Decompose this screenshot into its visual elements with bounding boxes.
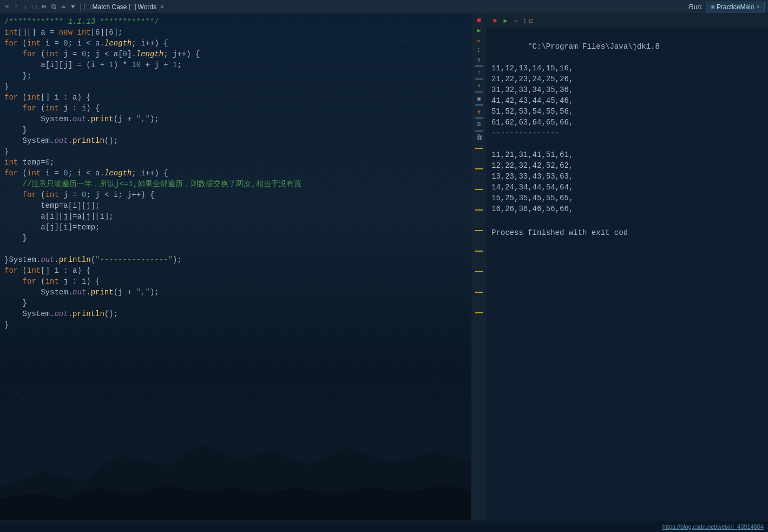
code-line: /************ 1.1.13 ************/ [0,16,471,27]
play-button[interactable]: ▶ [475,26,483,35]
status-bar: https://blog.csdn.net/weixin_43914604 [0,520,768,532]
yellow-marker-3 [475,189,483,190]
output-edit-button[interactable]: ✏ [512,17,521,25]
output-row-4: 41,42,43,44,45,46, [491,95,764,106]
code-line: System.out.print(j + ","); [0,114,471,124]
output-flag-button[interactable]: ⊟ [529,17,534,25]
code-line: System.out.println(); [0,308,471,319]
toolbar-icon-pin[interactable]: ⧉ [50,2,58,12]
pin-button[interactable]: ⇈ [475,107,483,116]
run-tab-icon: ▣ [711,3,714,10]
toolbar-icon-more[interactable]: » [159,2,166,12]
output-row-13: 16,26,36,46,56,66, [491,203,764,214]
gutter-line-5 [475,117,483,119]
delete-button[interactable]: 🗑 [475,133,483,142]
words-label: Words [138,3,156,11]
run-label: Run: [689,3,703,11]
code-line: for (int j : i) { [0,276,471,287]
run-tab-close-icon[interactable]: × [756,4,760,10]
code-line: a[i][j]=a[j][i]; [0,211,471,222]
main-toolbar: ≡ ↑ ↓ ⬚ ⊞ ⧉ ≔ ▼ Match Case Words » Run: … [0,0,768,14]
gutter-line-2 [475,78,483,80]
output-row-10: 13,23,33,43,53,63, [491,171,764,182]
words-checkbox[interactable] [129,4,136,10]
output-path: "C:\Program Files\Java\jdk1.8 [528,42,660,51]
run-tab-label: PracticeMain [717,3,754,11]
move-button[interactable]: ⬇ [475,81,483,90]
toolbar-icon-filter[interactable]: ≔ [60,2,67,12]
stop-button[interactable]: ■ [475,16,483,25]
yellow-marker-2 [475,168,483,169]
main-content: /************ 1.1.13 ************/ int[]… [0,14,768,520]
code-line: System.out.print(j + ","); [0,287,471,298]
run-section: Run: ▣ PracticeMain × [689,2,765,12]
code-line: a[i][j] = (i + 1) * 10 + j + 1; [0,60,471,70]
rerun-button[interactable]: ✏ [475,36,483,44]
output-row-8: 11,21,31,41,51,61, [491,149,764,160]
code-line: } [0,124,471,135]
code-line: for (int j = 0; j < a[0].length; j++) { [0,49,471,60]
status-link[interactable]: https://blog.csdn.net/weixin_43914604 [662,523,764,530]
yellow-marker-8 [475,292,483,293]
editor-panel: /************ 1.1.13 ************/ int[]… [0,14,471,520]
code-line: } [0,233,471,244]
code-line: a[j][i]=temp; [0,222,471,233]
code-line: int[][] a = new int[6][6]; [0,27,471,38]
output-row-7 [491,139,764,149]
code-line: } [0,298,471,308]
sort2-button[interactable]: ⇅ [475,55,483,64]
output-sort-button[interactable]: ↕ [523,17,527,25]
output-stop-button[interactable]: ■ [490,17,499,25]
match-case-group: Match Case [84,3,127,11]
output-toolbar: ■ ▶ ✏ ↕ ⊟ [487,14,768,28]
output-panel: ■ ▶ ✏ ↕ ⊟ "C:\Program Files\Java\jdk1.8 … [487,14,768,520]
output-row-9: 12,22,32,42,52,62, [491,160,764,171]
gutter-line-3 [475,91,483,93]
toolbar-icon-up[interactable]: ↑ [12,2,19,12]
toolbar-icon-1[interactable]: ≡ [3,2,10,12]
output-path-line: "C:\Program Files\Java\jdk1.8 [491,30,764,63]
yellow-marker-6 [475,251,483,252]
code-line: for (int i = 0; i < a.length; i++) { [0,38,471,49]
code-line: for (int j : i) { [0,103,471,114]
yellow-marker-4 [475,209,483,211]
code-line: } [0,81,471,92]
output-row-2: 21,22,23,24,25,26, [491,74,764,84]
words-group: Words [129,3,156,11]
code-line: for (int j = 0; j < i; j++) { [0,189,471,200]
toolbar-icon-wrap[interactable]: ⬚ [31,2,38,12]
match-case-checkbox[interactable] [84,4,90,10]
output-row-11: 14,24,34,44,54,64, [491,182,764,193]
code-line: temp=a[i][j]; [0,200,471,211]
copy-button[interactable]: ⧉ [475,120,483,129]
gutter-panel: ■ ▶ ✏ ↕ ⇅ ↑ ⬇ ▣ ⇈ ⧉ 🗑 [471,14,487,520]
code-area[interactable]: /************ 1.1.13 ************/ int[]… [0,14,471,520]
code-line [0,244,471,254]
toolbar-sep-1 [80,3,81,11]
code-line: //注意只能遍历一半，所以j<=1,如果全部遍历，则数据交换了两次,相当于没有置 [0,179,471,189]
code-line: System.out.println(); [0,135,471,146]
code-line: for (int[] i : a) { [0,92,471,103]
output-separator: --------------- [491,128,764,139]
yellow-marker-1 [475,148,483,149]
output-content[interactable]: "C:\Program Files\Java\jdk1.8 11,12,13,1… [487,28,768,520]
yellow-marker-5 [475,230,483,231]
code-line: int temp=0; [0,157,471,168]
output-run-button[interactable]: ▶ [501,17,510,25]
toolbar-icon-down[interactable]: ↓ [22,2,29,12]
gutter-line-4 [475,104,483,106]
output-row-3: 31,32,33,34,35,36, [491,84,764,95]
match-case-label: Match Case [93,3,127,11]
output-row-5: 51,52,53,54,55,56, [491,106,764,117]
toolbar-icon-funnel[interactable]: ▼ [69,2,76,12]
run-tab[interactable]: ▣ PracticeMain × [706,2,765,12]
code-line: }System.out.println("---------------"); [0,254,471,265]
code-line: for (int[] i : a) { [0,265,471,276]
layout-button[interactable]: ▣ [475,94,483,103]
output-row-6: 61,62,63,64,65,66, [491,117,764,128]
yellow-marker-7 [475,271,483,272]
toolbar-icon-add[interactable]: ⊞ [41,2,48,12]
sort-button[interactable]: ↕ [475,45,483,54]
up-button[interactable]: ↑ [475,68,483,77]
output-row-1: 11,12,13,14,15,16, [491,63,764,74]
